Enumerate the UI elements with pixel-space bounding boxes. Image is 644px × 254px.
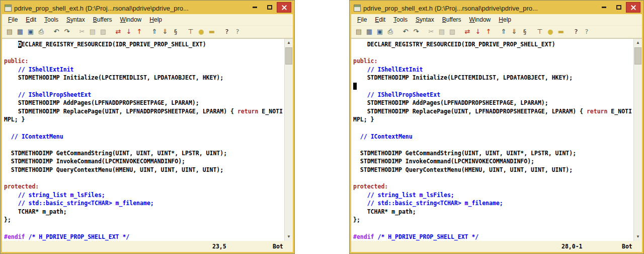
find-next-icon[interactable]: ↓ bbox=[473, 27, 483, 37]
scroll-up-arrow-icon[interactable]: ▲ bbox=[634, 39, 642, 47]
find-replace-icon[interactable]: ⇄ bbox=[462, 27, 472, 37]
minimize-icon bbox=[253, 7, 257, 8]
scroll-position-indicator: Bot bbox=[273, 243, 283, 250]
code-line: // IContextMenu bbox=[353, 133, 633, 141]
undo-icon[interactable]: ↶ bbox=[51, 27, 61, 37]
find-help-icon[interactable]: ? bbox=[582, 27, 592, 37]
code-line: protected: bbox=[353, 182, 633, 191]
code-line: // string_list m_lsFiles; bbox=[353, 191, 633, 200]
find-next-icon[interactable]: ↓ bbox=[124, 27, 134, 37]
window-title: pdrive_prop_shell_ext.h (D:\Proj...rsona… bbox=[14, 5, 239, 12]
menu-window[interactable]: Window bbox=[116, 15, 146, 25]
save-session-icon[interactable]: ⇓ bbox=[509, 27, 519, 37]
scrollbar-track[interactable] bbox=[285, 47, 293, 233]
run-script-icon[interactable]: § bbox=[520, 27, 530, 37]
scroll-down-arrow-icon[interactable]: ▼ bbox=[285, 233, 293, 241]
menu-help[interactable]: Help bbox=[145, 15, 166, 25]
copy-icon: ▤ bbox=[88, 27, 98, 37]
code-line: }; bbox=[353, 216, 633, 224]
print-icon[interactable]: ⎙ bbox=[36, 27, 46, 37]
help-icon[interactable]: ? bbox=[222, 27, 232, 37]
cut-icon: ✂ bbox=[426, 27, 436, 37]
menu-buffers[interactable]: Buffers bbox=[89, 15, 116, 25]
undo-icon[interactable]: ↶ bbox=[400, 27, 411, 37]
find-prev-icon[interactable]: ↑ bbox=[484, 27, 494, 37]
redo-icon[interactable]: ↷ bbox=[411, 27, 421, 37]
make-icon[interactable]: ⊤ bbox=[535, 27, 545, 37]
menu-window[interactable]: Window bbox=[465, 15, 495, 25]
help-icon[interactable]: ? bbox=[571, 27, 581, 37]
menu-syntax[interactable]: Syntax bbox=[62, 15, 89, 25]
code-line: // IShellExtInit bbox=[4, 66, 284, 74]
load-session-icon[interactable]: ⇑ bbox=[499, 27, 509, 37]
save-file-icon[interactable]: ▦ bbox=[15, 27, 25, 37]
maximize-icon bbox=[616, 5, 621, 10]
menu-buffers[interactable]: Buffers bbox=[438, 15, 465, 25]
statusbar: 23,5 Bot bbox=[2, 241, 293, 252]
cursor-position-ruler: 23,5 bbox=[212, 243, 226, 250]
open-file-icon[interactable]: ▤ bbox=[5, 27, 15, 37]
tag-jump-icon[interactable]: ▬ bbox=[207, 27, 217, 37]
find-replace-icon[interactable]: ⇄ bbox=[113, 27, 123, 37]
vertical-scrollbar[interactable]: ▲ ▼ bbox=[284, 39, 293, 241]
paste-icon: ▧ bbox=[98, 27, 108, 37]
code-line: DECLARE_REGISTRY_RESOURCEID(IDR_PDRIVE_P… bbox=[353, 40, 633, 49]
save-session-icon[interactable]: ⇓ bbox=[160, 27, 170, 37]
close-icon bbox=[630, 5, 636, 11]
vim-app-icon bbox=[5, 5, 12, 12]
minimize-button[interactable] bbox=[597, 2, 611, 13]
scroll-up-arrow-icon[interactable]: ▲ bbox=[285, 39, 293, 47]
maximize-button[interactable] bbox=[262, 2, 277, 13]
run-script-icon[interactable]: § bbox=[171, 27, 181, 37]
close-button[interactable] bbox=[277, 2, 291, 13]
run-ctags-icon[interactable]: ● bbox=[196, 27, 206, 37]
menu-help[interactable]: Help bbox=[495, 15, 515, 25]
find-prev-icon[interactable]: ↑ bbox=[134, 27, 144, 37]
scrollbar-thumb[interactable] bbox=[634, 47, 641, 65]
code-line: public: bbox=[4, 57, 284, 66]
run-ctags-icon[interactable]: ● bbox=[545, 27, 555, 37]
code-line: // IShellPropSheetExt bbox=[4, 91, 284, 99]
code-line: STDMETHODIMP ReplacePage(UINT, LPFNADDPR… bbox=[353, 107, 633, 116]
text-editing-area[interactable]: DECLARE_REGISTRY_RESOURCEID(IDR_PDRIVE_P… bbox=[351, 38, 642, 241]
scroll-down-arrow-icon[interactable]: ▼ bbox=[634, 233, 642, 241]
save-file-icon[interactable]: ▦ bbox=[364, 27, 374, 37]
menu-file[interactable]: File bbox=[4, 15, 22, 25]
code-line bbox=[353, 224, 633, 233]
scrollbar-thumb[interactable] bbox=[285, 47, 292, 65]
menu-file[interactable]: File bbox=[353, 15, 371, 25]
tag-jump-icon[interactable]: ▬ bbox=[556, 27, 566, 37]
menu-tools[interactable]: Tools bbox=[40, 15, 62, 25]
statusbar: 28,0-1 Bot bbox=[351, 241, 642, 252]
code-line: STDMETHODIMP InvokeCommand(LPCMINVOKECOM… bbox=[4, 157, 284, 166]
open-file-icon[interactable]: ▤ bbox=[354, 27, 364, 37]
code-line: #endif /* H_PDRIVE_PROP_SHELL_EXT */ bbox=[353, 233, 633, 241]
text-editing-area[interactable]: DECLARE_REGISTRY_RESOURCEID(IDR_PDRIVE_P… bbox=[2, 38, 293, 241]
menu-tools[interactable]: Tools bbox=[389, 15, 412, 25]
menu-syntax[interactable]: Syntax bbox=[412, 15, 438, 25]
code-line: STDMETHODIMP GetCommandString(UINT, UINT… bbox=[4, 149, 284, 158]
titlebar[interactable]: pdrive_prop_shell_ext.h (D:\Proj...rsona… bbox=[351, 2, 642, 14]
save-all-icon[interactable]: ▣ bbox=[375, 27, 385, 37]
code-view[interactable]: DECLARE_REGISTRY_RESOURCEID(IDR_PDRIVE_P… bbox=[351, 39, 633, 241]
code-line: // std::basic_string<TCHAR> m_filename; bbox=[353, 199, 633, 208]
menu-edit[interactable]: Edit bbox=[22, 15, 40, 25]
load-session-icon[interactable]: ⇑ bbox=[149, 27, 159, 37]
scrollbar-track[interactable] bbox=[634, 47, 642, 233]
make-icon[interactable]: ⊤ bbox=[186, 27, 196, 37]
vertical-scrollbar[interactable]: ▲ ▼ bbox=[633, 39, 642, 241]
menu-edit[interactable]: Edit bbox=[371, 15, 389, 25]
maximize-button[interactable] bbox=[611, 2, 626, 13]
window-controls bbox=[597, 2, 640, 13]
paste-icon: ▧ bbox=[447, 27, 457, 37]
minimize-button[interactable] bbox=[248, 2, 262, 13]
titlebar[interactable]: pdrive_prop_shell_ext.h (D:\Proj...rsona… bbox=[2, 2, 293, 14]
code-line bbox=[4, 141, 284, 149]
redo-icon[interactable]: ↷ bbox=[62, 27, 72, 37]
print-icon[interactable]: ⎙ bbox=[385, 27, 395, 37]
save-all-icon[interactable]: ▣ bbox=[26, 27, 36, 37]
code-line: STDMETHODIMP Initialize(LPCITEMIDLIST, L… bbox=[4, 74, 284, 82]
close-button[interactable] bbox=[626, 2, 640, 13]
code-view[interactable]: DECLARE_REGISTRY_RESOURCEID(IDR_PDRIVE_P… bbox=[2, 39, 284, 241]
find-help-icon[interactable]: ? bbox=[232, 27, 243, 37]
